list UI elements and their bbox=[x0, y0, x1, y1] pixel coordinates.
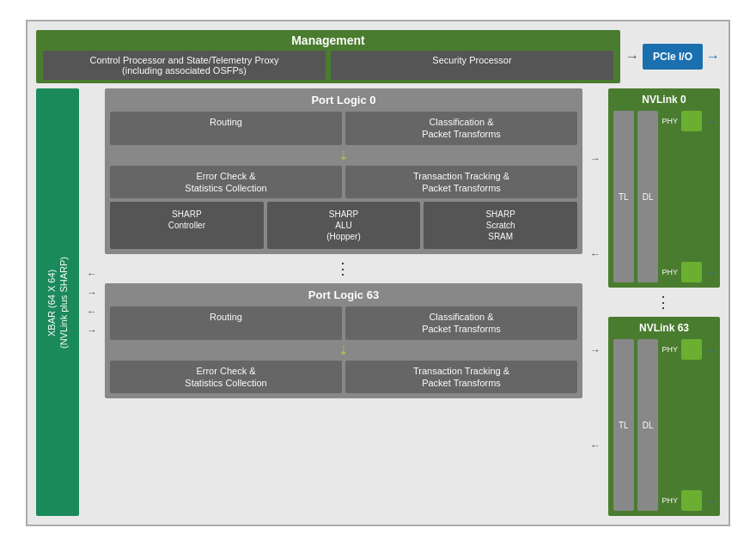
nvlink-63-phy2-box bbox=[681, 490, 702, 511]
management-title: Management bbox=[43, 33, 613, 47]
nvlink-63-phy1-arrow: → bbox=[705, 343, 716, 356]
nvlink-dots: ⋮ bbox=[608, 293, 720, 312]
port-logic-63-title: Port Logic 63 bbox=[110, 288, 577, 301]
right-arrow-top1: → bbox=[590, 153, 601, 165]
nvlink-63-tl: TL bbox=[613, 339, 634, 511]
management-sub: Control Processor and State/Telemetry Pr… bbox=[43, 51, 613, 80]
nvlink-0-phy2-label: PHY bbox=[662, 268, 678, 276]
pl63-dashed-arrow: ⇣ bbox=[110, 343, 577, 357]
pl63-transaction: Transaction Tracking & Packet Transforms bbox=[345, 361, 577, 394]
pl0-routing: Routing bbox=[110, 112, 342, 145]
pl63-bottom-row: Error Check & Statistics Collection Tran… bbox=[110, 361, 577, 394]
pl63-routing: Routing bbox=[110, 306, 342, 340]
nvlink-0-box: NVLink 0 TL DL PHY → PHY bbox=[608, 88, 720, 288]
xbar-box: XBAR (64 X 64) (NVLink plus SHARP) bbox=[36, 88, 79, 516]
xbar-label: XBAR (64 X 64) (NVLink plus SHARP) bbox=[46, 257, 70, 349]
nvlink-63-dl: DL bbox=[637, 339, 659, 511]
nvlink-63-phy1-label: PHY bbox=[662, 345, 678, 354]
port-logic-63-box: Port Logic 63 Routing Classification & P… bbox=[105, 283, 582, 398]
nvlink-63-phy1-box bbox=[681, 339, 702, 360]
left-connector-arrows: ← → ← → bbox=[84, 88, 100, 516]
pcie-box: PCIe I/O bbox=[643, 44, 703, 70]
nvlink-0-dl: DL bbox=[637, 111, 659, 282]
arrow-to-pcie: → bbox=[625, 49, 639, 64]
pl0-sharp-controller: SHARP Controller bbox=[110, 202, 264, 249]
nvlink-63-title: NVLink 63 bbox=[613, 322, 715, 334]
nvlink-63-inner: TL DL PHY → PHY → bbox=[613, 339, 715, 511]
management-row: Management Control Processor and State/T… bbox=[36, 30, 720, 83]
port-logic-0-box: Port Logic 0 Routing Classification & Pa… bbox=[105, 88, 582, 254]
nvlink-0-phy1-arrow: → bbox=[705, 115, 716, 128]
nvlink-63-phy1-row: PHY → bbox=[662, 339, 716, 360]
right-arrow-bot1: → bbox=[590, 344, 601, 356]
nvlink-0-title: NVLink 0 bbox=[613, 94, 715, 106]
pl0-top-row: Routing Classification & Packet Transfor… bbox=[110, 112, 577, 145]
right-connector-arrows: → ← → ← bbox=[588, 88, 603, 516]
right-arrow-bot2: ← bbox=[590, 440, 601, 452]
nvlink-0-phy1-label: PHY bbox=[662, 117, 678, 125]
nvlink-0-phy1-row: PHY → bbox=[662, 111, 716, 131]
diagram-wrapper: Management Control Processor and State/T… bbox=[0, 0, 756, 546]
nvlink-0-phy-col: PHY → PHY → bbox=[662, 111, 716, 282]
management-box: Management Control Processor and State/T… bbox=[36, 30, 620, 83]
arrow-from-pcie: → bbox=[706, 49, 720, 64]
pl0-dashed-arrow: ⇣ bbox=[110, 149, 577, 162]
nvlink-63-phy2-row: PHY → bbox=[662, 490, 716, 511]
pl0-bottom-row: Error Check & Statistics Collection Tran… bbox=[110, 166, 577, 199]
pl0-transaction: Transaction Tracking & Packet Transforms bbox=[345, 166, 577, 199]
pl63-error-check: Error Check & Statistics Collection bbox=[110, 361, 342, 394]
pl0-classification: Classification & Packet Transforms bbox=[345, 112, 577, 145]
center-dots: ⋮ bbox=[105, 259, 582, 278]
right-arrow-top2: ← bbox=[590, 248, 601, 260]
main-diagram: Management Control Processor and State/T… bbox=[26, 20, 730, 526]
pl0-sharp-scratch: SHARP Scratch SRAM bbox=[424, 202, 577, 249]
left-arrow-top: ← bbox=[87, 268, 97, 280]
nvlink-0-inner: TL DL PHY → PHY → bbox=[613, 111, 715, 282]
nvlink-0-tl: TL bbox=[613, 111, 634, 282]
pl0-sharp-row: SHARP Controller SHARP ALU (Hopper) SHAR… bbox=[110, 202, 577, 249]
nvlink-63-phy2-arrow: → bbox=[705, 494, 716, 507]
main-content-row: XBAR (64 X 64) (NVLink plus SHARP) ← → ←… bbox=[36, 88, 720, 516]
port-logic-0-title: Port Logic 0 bbox=[110, 94, 577, 106]
left-arrow-bot2: → bbox=[87, 325, 97, 337]
left-arrow-mid: → bbox=[87, 287, 97, 299]
control-processor-box: Control Processor and State/Telemetry Pr… bbox=[43, 51, 326, 80]
nvlink-63-phy2-label: PHY bbox=[662, 496, 678, 505]
nvlink-63-box: NVLink 63 TL DL PHY → PHY bbox=[608, 317, 720, 516]
security-processor-box: Security Processor bbox=[331, 51, 613, 80]
pl0-sharp-alu: SHARP ALU (Hopper) bbox=[267, 202, 421, 249]
left-arrow-bot1: ← bbox=[87, 306, 97, 318]
nvlink-63-phy-col: PHY → PHY → bbox=[662, 339, 716, 511]
nvlink-column: NVLink 0 TL DL PHY → PHY bbox=[608, 88, 720, 516]
nvlink-0-phy2-arrow: → bbox=[705, 266, 716, 279]
nvlink-0-phy2-box bbox=[681, 262, 702, 282]
pl63-top-row: Routing Classification & Packet Transfor… bbox=[110, 306, 577, 340]
nvlink-0-phy1-box bbox=[681, 111, 702, 131]
nvlink-0-phy2-row: PHY → bbox=[662, 262, 716, 282]
center-column: Port Logic 0 Routing Classification & Pa… bbox=[105, 88, 582, 516]
pl0-error-check: Error Check & Statistics Collection bbox=[110, 166, 342, 199]
pl63-classification: Classification & Packet Transforms bbox=[345, 306, 577, 340]
